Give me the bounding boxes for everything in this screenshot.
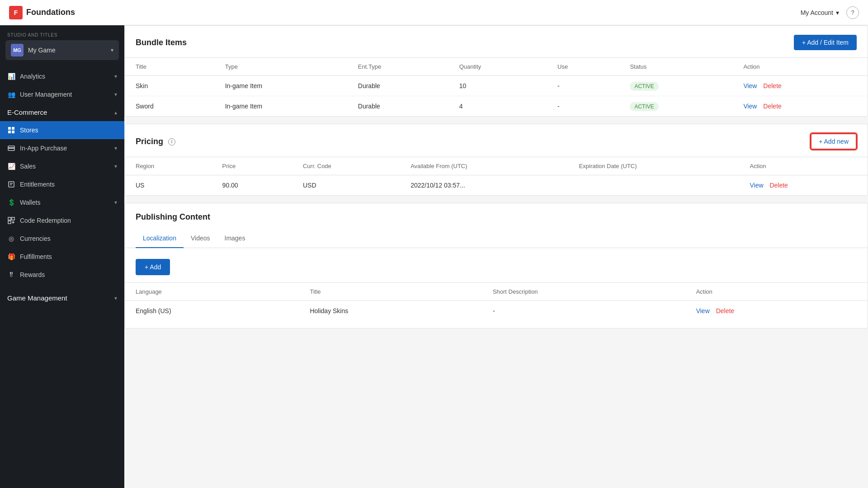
row-status: ACTIVE [619,76,732,96]
add-edit-item-button[interactable]: + Add / Edit Item [794,35,857,50]
col-ent-type: Ent.Type [347,58,448,76]
row-ent-type: Durable [347,76,448,96]
sidebar-item-entitlements-label: Entitlements [20,181,55,188]
col-available-from: Available From (UTC) [400,157,568,175]
studio-label: STUDIO AND TITLES [0,25,124,40]
svg-rect-1 [12,127,14,130]
row-status: ACTIVE [619,96,732,117]
sidebar-item-stores-label: Stores [20,127,38,134]
sidebar-item-analytics-label: Analytics [20,73,45,80]
localization-table: Language Title Short Description Action … [125,282,868,321]
delete-link[interactable]: Delete [716,307,734,314]
user-management-icon: 👥 [7,90,15,99]
help-icon: ? [851,9,854,16]
delete-link[interactable]: Delete [763,82,781,89]
sidebar-item-game-management[interactable]: Game Management ▾ [0,289,124,307]
sidebar-item-currencies[interactable]: ◎ Currencies [0,230,124,248]
col-short-desc: Short Description [482,283,685,301]
sidebar-item-inapp[interactable]: In-App Purchase ▾ [0,139,124,157]
pricing-title: Pricing i [136,137,175,146]
sidebar-item-inapp-label: In-App Purchase [20,145,67,152]
row-use: - [547,96,619,117]
game-name: My Game [28,47,106,54]
sidebar-item-sales-label: Sales [20,163,36,170]
publishing-content-header: Publishing Content [125,203,868,229]
col-title: Title [125,58,214,76]
pricing-header-row: Region Price Curr. Code Available From (… [125,157,868,175]
row-title: Skin [125,76,214,96]
sidebar-item-entitlements[interactable]: Entitlements [0,175,124,193]
pricing-info-icon: i [168,138,175,145]
publishing-content-section: Publishing Content Localization Videos I… [124,203,868,328]
code-redemption-icon [7,216,15,225]
sidebar-item-game-management-label: Game Management [7,294,67,302]
tab-images[interactable]: Images [217,229,253,248]
table-row: Sword In-game Item Durable 4 - ACTIVE Vi… [125,96,868,117]
analytics-icon: 📊 [7,72,15,80]
table-row: English (US) Holiday Skins - View Delete [125,301,868,321]
view-link[interactable]: View [743,103,757,110]
tab-localization[interactable]: Localization [136,229,184,248]
inapp-icon [7,144,15,152]
localization-header-row: Language Title Short Description Action [125,283,868,301]
my-account-label: My Account [801,9,833,16]
sidebar-item-stores[interactable]: Stores [0,121,124,139]
col-region: Region [125,157,212,175]
svg-rect-5 [8,147,14,149]
status-badge: ACTIVE [630,102,658,111]
navbar: F Foundations My Account ▾ ? [0,0,868,25]
help-button[interactable]: ? [846,6,859,19]
add-new-pricing-button[interactable]: + Add new [811,133,857,150]
stores-icon [7,126,15,134]
sidebar-item-analytics[interactable]: 📊 Analytics ▾ [0,67,124,85]
sales-icon: 📈 [7,162,15,170]
sidebar-item-code-redemption-label: Code Redemption [20,217,71,224]
sidebar-item-rewards-label: Rewards [20,271,45,278]
bundle-items-header: Bundle Items + Add / Edit Item [125,26,868,57]
sidebar-item-fulfillments[interactable]: 🎁 Fulfillments [0,248,124,266]
svg-rect-2 [8,131,11,133]
sidebar-item-user-management-label: User Management [20,91,72,98]
my-account-button[interactable]: My Account ▾ [801,9,839,16]
game-management-arrow: ▾ [114,295,117,301]
navbar-right: My Account ▾ ? [801,6,859,19]
delete-link[interactable]: Delete [769,182,788,189]
fulfillments-icon: 🎁 [7,253,15,261]
sidebar-item-ecommerce[interactable]: E-Commerce ▴ [0,103,124,121]
col-quantity: Quantity [448,58,547,76]
col-use: Use [547,58,619,76]
entitlements-icon [7,180,15,188]
sidebar-item-user-management[interactable]: 👥 User Management ▾ [0,85,124,103]
col-action: Action [732,58,868,76]
bundle-items-table: Title Type Ent.Type Quantity Use Status … [125,57,868,116]
view-link[interactable]: View [750,182,763,189]
delete-link[interactable]: Delete [763,103,781,110]
row-expiration [568,175,739,196]
view-link[interactable]: View [743,82,757,89]
col-curr-code: Curr. Code [292,157,400,175]
table-row: Skin In-game Item Durable 10 - ACTIVE Vi… [125,76,868,96]
row-language: English (US) [125,301,299,321]
bundle-items-table-container: Title Type Ent.Type Quantity Use Status … [125,57,868,116]
nav-section: 📊 Analytics ▾ 👥 User Management ▾ E-Comm… [0,66,124,286]
view-link[interactable]: View [696,307,710,314]
sidebar-item-currencies-label: Currencies [20,235,51,242]
sidebar-item-rewards[interactable]: 🎖 Rewards [0,266,124,284]
add-localization-button[interactable]: + Add [136,259,170,275]
row-action: View Delete [732,96,868,117]
game-selector[interactable]: MG My Game ▾ [5,40,119,60]
row-action: View Delete [685,301,868,321]
sidebar-item-wallets[interactable]: 💲 Wallets ▾ [0,193,124,211]
row-price: 90.00 [212,175,292,196]
sidebar-item-sales[interactable]: 📈 Sales ▾ [0,157,124,175]
publishing-content-title: Publishing Content [136,212,210,222]
row-ent-type: Durable [347,96,448,117]
tab-videos[interactable]: Videos [184,229,217,248]
publishing-content-tabs: Localization Videos Images [125,229,868,248]
sidebar-item-code-redemption[interactable]: Code Redemption [0,211,124,230]
row-action: View Delete [732,76,868,96]
col-type: Type [214,58,347,76]
col-language: Language [125,283,299,301]
svg-rect-10 [12,217,14,220]
sidebar-item-wallets-label: Wallets [20,199,40,206]
